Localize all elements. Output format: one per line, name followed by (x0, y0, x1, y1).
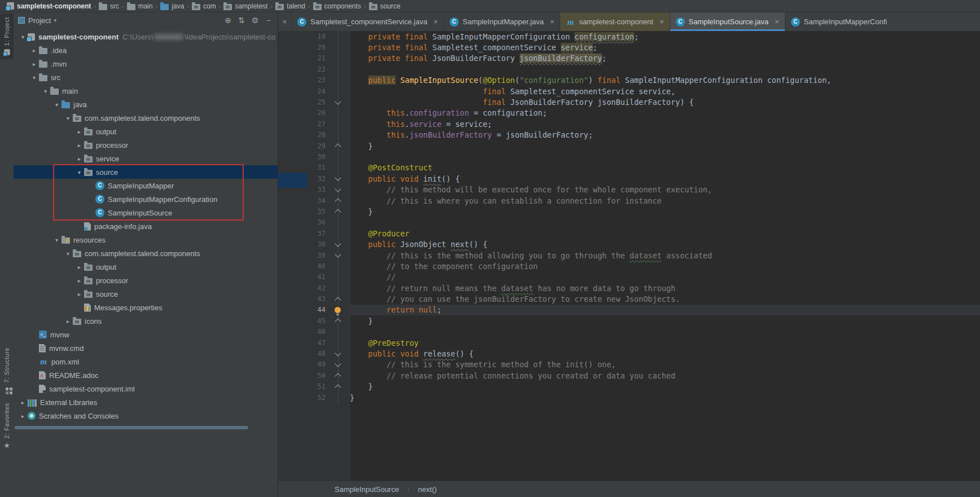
fold-open-icon[interactable] (335, 360, 341, 367)
fold-close-icon[interactable] (335, 297, 341, 303)
chevron-collapsed-icon[interactable]: ▸ (63, 318, 73, 324)
tree-item-scratches-and-consoles[interactable]: ▸Scratches and Consoles (14, 409, 278, 423)
chevron-expanded-icon[interactable]: ▾ (63, 115, 73, 121)
fold-close-icon[interactable] (335, 143, 341, 149)
tree-item-sampleinputmapper[interactable]: SampleInputMapper (14, 179, 278, 192)
chevron-expanded-icon[interactable]: ▾ (52, 102, 61, 108)
chevron-collapsed-icon[interactable]: ▸ (74, 291, 84, 297)
fold-close-icon[interactable] (335, 384, 341, 390)
editor-tab-sampleinputsource-java[interactable]: SampleInputSource.java× (670, 12, 785, 31)
tree-item-idea[interactable]: ▸.idea (14, 43, 278, 57)
breadcrumb-class[interactable]: SampleInputSource (335, 485, 399, 494)
chevron-collapsed-icon[interactable]: ▸ (29, 61, 39, 67)
chevron-collapsed-icon[interactable]: ▸ (74, 264, 84, 270)
editor-tab-sampletest-component[interactable]: sampletest-component× (560, 12, 670, 31)
code-line-34[interactable]: 34 // this is where you can establish a … (278, 195, 980, 206)
tree-item-processor[interactable]: ▸processor (14, 138, 278, 152)
tree-item-sampletest-component[interactable]: ▾sampletest-componentC:\Users\\IdeaProje… (14, 30, 278, 43)
code-line-23[interactable]: 23 public SampleInputSource(@Option("con… (278, 75, 980, 86)
breadcrumb-item-sampletest[interactable]: sampletest (223, 2, 267, 10)
code-line-22[interactable]: 22 (278, 64, 980, 74)
chevron-expanded-icon[interactable]: ▾ (41, 88, 50, 94)
tree-item-source[interactable]: ▸source (14, 287, 278, 301)
rail-button-favorites[interactable]: 2: Favorites (0, 399, 14, 453)
chevron-expanded-icon[interactable]: ▾ (29, 74, 39, 81)
settings-gear-icon[interactable]: ⚙ (248, 16, 262, 25)
fold-open-icon[interactable] (335, 240, 341, 247)
tree-item-output[interactable]: ▸output (14, 260, 278, 274)
code-line-51[interactable]: 51 } (278, 381, 980, 392)
breadcrumb-item-java[interactable]: java (160, 2, 184, 10)
tree-item-com-sampletest-talend-components[interactable]: ▾com.sampletest.talend.components (14, 247, 278, 260)
chevron-collapsed-icon[interactable]: ▸ (29, 47, 39, 54)
breadcrumb-method[interactable]: next() (418, 485, 437, 494)
tree-item-processor[interactable]: ▸processor (14, 274, 278, 287)
code-line-32[interactable]: 32 public void init() { (278, 173, 980, 184)
code-line-40[interactable]: 40 // to the component configuration (278, 261, 980, 271)
chevron-collapsed-icon[interactable]: ▸ (18, 413, 28, 419)
fold-close-icon[interactable] (335, 209, 341, 215)
tree-item-package-info-java[interactable]: package-info.java (14, 219, 278, 233)
fold-open-icon[interactable] (335, 175, 341, 181)
close-icon[interactable]: × (775, 17, 779, 26)
tree-item-mvnw-cmd[interactable]: mvnw.cmd (14, 341, 278, 355)
tree-item-com-sampletest-talend-components[interactable]: ▾com.sampletest.talend.components (14, 111, 278, 125)
fold-open-icon[interactable] (335, 186, 341, 192)
panel-title[interactable]: Project (28, 16, 51, 25)
tree-item-resources[interactable]: ▾resources (14, 233, 278, 247)
code-line-50[interactable]: 50 // release potential connections you … (278, 370, 980, 381)
close-icon[interactable]: × (433, 17, 438, 26)
chevron-expanded-icon[interactable]: ▾ (74, 169, 84, 175)
tree-item-mvn[interactable]: ▸.mvn (14, 57, 278, 71)
breadcrumb-item-components[interactable]: components (313, 2, 361, 10)
chevron-expanded-icon[interactable]: ▾ (63, 250, 73, 257)
tree-item-sampleinputmapperconfiguration[interactable]: SampleInputMapperConfiguration (14, 192, 278, 206)
breadcrumb-item-main[interactable]: main (127, 2, 153, 10)
horizontal-scrollbar[interactable] (15, 426, 248, 429)
code-line-25[interactable]: 25 final JsonBuilderFactory jsonBuilderF… (278, 96, 980, 107)
fold-close-icon[interactable] (335, 198, 341, 204)
breadcrumb-item-sampletest-component[interactable]: sampletest-component (7, 2, 91, 10)
code-line-41[interactable]: 41 // (278, 272, 980, 283)
tree-item-icons[interactable]: ▸icons (14, 314, 278, 328)
code-line-37[interactable]: 37 @Producer (278, 228, 980, 239)
code-line-49[interactable]: 49 // this is the symmetric method of th… (278, 359, 980, 370)
code-line-19[interactable]: 19 private final SampleInputMapperConfig… (278, 31, 980, 42)
code-line-38[interactable]: 38 public JsonObject next() { (278, 239, 980, 249)
tree-item-source[interactable]: ▾source (14, 165, 278, 179)
intention-bulb-icon[interactable] (335, 307, 341, 313)
code-line-31[interactable]: 31 @PostConstruct (278, 162, 980, 173)
code-line-26[interactable]: 26 this.configuration = configuration; (278, 108, 980, 118)
tree-item-sampleinputsource[interactable]: SampleInputSource (14, 206, 278, 219)
code-line-47[interactable]: 47 @PreDestroy (278, 337, 980, 348)
tree-item-main[interactable]: ▾main (14, 84, 278, 98)
tree-item-service[interactable]: ▸service (14, 152, 278, 165)
code-line-24[interactable]: 24 final Sampletest_componentService ser… (278, 86, 980, 96)
breadcrumb-item-src[interactable]: src (99, 2, 119, 10)
code-line-45[interactable]: 45 } (278, 315, 980, 326)
locate-icon[interactable]: ⊕ (221, 16, 235, 25)
code-line-52[interactable]: 52} (278, 392, 980, 403)
close-icon[interactable]: × (660, 17, 664, 26)
code-line-29[interactable]: 29 } (278, 140, 980, 151)
chevron-expanded-icon[interactable]: ▾ (52, 237, 61, 243)
code-line-48[interactable]: 48 public void release() { (278, 348, 980, 359)
tree-item-messages-properties[interactable]: Messages.properties (14, 301, 278, 314)
fold-open-icon[interactable] (335, 98, 341, 104)
chevron-collapsed-icon[interactable]: ▸ (74, 278, 84, 284)
chevron-collapsed-icon[interactable]: ▸ (74, 156, 84, 162)
collapse-all-icon[interactable]: ⇅ (235, 16, 248, 25)
tree-item-output[interactable]: ▸output (14, 125, 278, 138)
code-line-35[interactable]: 35 } (278, 206, 980, 217)
tree-item-mvnw[interactable]: mvnw (14, 328, 278, 341)
breadcrumb-item-com[interactable]: com (192, 2, 216, 10)
tree-item-java[interactable]: ▾java (14, 98, 278, 111)
code-line-33[interactable]: 33 // this method will be executed once … (278, 184, 980, 195)
code-line-39[interactable]: 39 // this is the method allowing you to… (278, 250, 980, 261)
tree-item-readme-adoc[interactable]: README.adoc (14, 368, 278, 382)
close-icon[interactable]: × (550, 17, 555, 26)
fold-close-icon[interactable] (335, 319, 341, 325)
chevron-collapsed-icon[interactable]: ▸ (74, 129, 84, 135)
code-editor[interactable]: 19 private final SampleInputMapperConfig… (278, 31, 980, 481)
code-line-44[interactable]: 44 return null; (278, 305, 980, 315)
